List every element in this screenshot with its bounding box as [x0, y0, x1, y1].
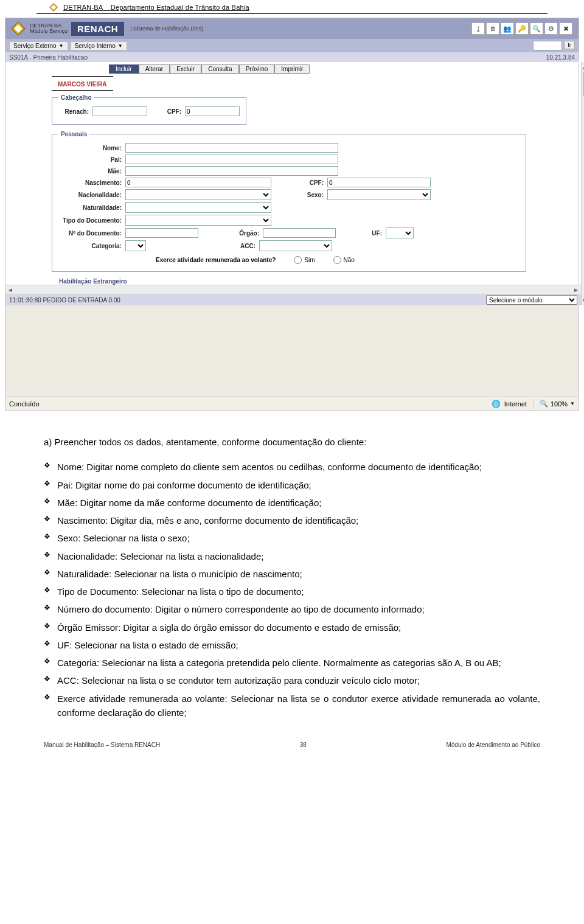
scroll-up-icon[interactable]: ▲ — [582, 62, 584, 72]
goto-button[interactable]: Ir — [564, 41, 575, 49]
chevron-down-icon: ▼ — [59, 43, 64, 49]
list-item: ACC: Selecionar na lista o se condutor t… — [44, 673, 540, 687]
cpf-input[interactable] — [185, 106, 240, 116]
list-item: Número do documento: Digitar o número co… — [44, 602, 540, 616]
tray-settings-icon[interactable]: ⚙ — [544, 23, 558, 35]
ie-status-left: Concluído — [9, 400, 40, 408]
label-categoria: Categoria: — [58, 243, 122, 249]
pai-input[interactable] — [125, 155, 338, 164]
consulta-button[interactable]: Consulta — [201, 64, 238, 74]
tray-close-icon[interactable]: ✖ — [559, 23, 572, 35]
incluir-button[interactable]: Incluir — [109, 64, 139, 74]
list-item: Nacionalidade: Selecionar na lista a nac… — [44, 549, 540, 563]
list-item: Tipo de Documento: Selecionar na lista o… — [44, 585, 540, 599]
menu-servico-externo[interactable]: Serviço Externo▼ — [9, 41, 68, 50]
menu-servico-interno[interactable]: Serviço Interno▼ — [71, 41, 127, 50]
footer-right: Módulo de Atendimento ao Público — [446, 742, 540, 748]
footer-page: 38 — [160, 742, 446, 748]
list-item: Pai: Digitar nome do pai conforme docume… — [44, 478, 540, 492]
chevron-down-icon: ▼ — [118, 43, 123, 49]
brand-sub: Módulo Serviço — [30, 29, 68, 34]
label-mae: Mãe: — [58, 168, 122, 175]
page-header: DETRAN-BA Departamento Estadual de Trâns… — [36, 0, 548, 14]
doc-lead: a) Preencher todos os dados, atentamente… — [44, 435, 540, 449]
nascimento-input[interactable] — [125, 178, 271, 187]
label-num-doc: Nº do Documento: — [58, 230, 122, 237]
list-item: Nome: Digitar nome completo do cliente s… — [44, 460, 540, 474]
num-documento-input[interactable] — [125, 228, 198, 238]
mae-input[interactable] — [125, 166, 338, 176]
browser-status-bar: Concluído 🌐 Internet 🔍 100% ▼ — [5, 397, 579, 410]
breadcrumb-bar: SS01A - Primeira Habilitacao 10.21.3.84 — [5, 52, 579, 62]
tray-download-icon[interactable]: ⭳ — [471, 23, 485, 35]
list-item: UF: Selecionar na lista o estado de emis… — [44, 638, 540, 652]
label-cpf-pessoais: CPF: — [275, 179, 324, 186]
detran-logo-icon — [49, 2, 58, 12]
label-tipo-doc: Tipo do Documento: — [58, 217, 122, 224]
label-acc: ACC: — [150, 243, 255, 249]
icon-tray: ⭳ 🗎 👥 🔑 🔍 ⚙ ✖ — [471, 23, 579, 35]
label-renach: Renach: — [58, 108, 89, 115]
legend-pessoais: Pessoais — [58, 131, 89, 137]
scroll-down-icon[interactable]: ▼ — [582, 296, 584, 305]
orgao-input[interactable] — [263, 228, 336, 238]
empty-area — [5, 305, 579, 397]
excluir-button[interactable]: Excluir — [170, 64, 201, 74]
brand-box: DETRAN-BA Módulo Serviço RENACH | Sistem… — [5, 18, 208, 39]
radio-nao[interactable] — [333, 256, 341, 264]
doc-bullets: Nome: Digitar nome completo do cliente s… — [44, 460, 540, 720]
module-select[interactable]: Selecione o módulo — [486, 295, 577, 305]
alterar-button[interactable]: Alterar — [139, 64, 170, 74]
list-item: Exerce atividade remunerada ao volante: … — [44, 692, 540, 720]
content-area: Incluir Alterar Excluir Consulta Próximo… — [5, 62, 581, 305]
record-toolbar: Incluir Alterar Excluir Consulta Próximo… — [109, 64, 581, 74]
page-footer: Manual de Habilitação – Sistema RENACH 3… — [0, 738, 584, 754]
label-nome: Nome: — [58, 145, 122, 151]
naturalidade-select[interactable] — [125, 202, 271, 213]
horizontal-scrollbar[interactable]: ◄ ► — [5, 285, 581, 294]
radio-sim[interactable] — [294, 256, 302, 264]
acc-select[interactable] — [259, 240, 332, 251]
username-label: MARCOS VIEIRA — [58, 81, 107, 88]
goto-input[interactable] — [533, 41, 562, 50]
tray-users-icon[interactable]: 👥 — [501, 23, 514, 35]
categoria-select[interactable] — [125, 240, 146, 251]
footer-left: Manual de Habilitação – Sistema RENACH — [44, 742, 160, 748]
tray-search-icon[interactable]: 🔍 — [530, 23, 543, 35]
list-item: Naturalidade: Selecionar na lista o muni… — [44, 567, 540, 581]
zoom-control[interactable]: 🔍 100% ▼ — [540, 400, 575, 408]
sexo-select[interactable] — [327, 189, 431, 200]
tray-doc-icon[interactable]: 🗎 — [486, 23, 499, 35]
workspace: Incluir Alterar Excluir Consulta Próximo… — [5, 62, 579, 305]
nome-input[interactable] — [125, 143, 338, 153]
nacionalidade-select[interactable] — [125, 189, 271, 200]
label-pai: Pai: — [58, 156, 122, 163]
remunerada-label: Exerce atividade remunerada ao volante? — [156, 257, 276, 263]
list-item: Nascimento: Digitar dia, mês e ano, conf… — [44, 513, 540, 527]
vertical-scrollbar[interactable]: ▲ ▼ — [581, 62, 584, 305]
renach-input[interactable] — [92, 106, 147, 116]
list-item: Categoria: Selecionar na lista a categor… — [44, 656, 540, 670]
version-label: 10.21.3.84 — [546, 54, 575, 61]
label-orgao: Órgão: — [202, 230, 259, 237]
goto-box: Ir — [533, 41, 575, 50]
fieldset-cabecalho: Cabeçalho Renach: CPF: — [52, 94, 246, 125]
uf-select[interactable] — [386, 228, 414, 238]
cpf-pessoais-input[interactable] — [327, 178, 431, 187]
chevron-down-icon: ▼ — [570, 401, 575, 406]
legend-cabecalho: Cabeçalho — [58, 94, 94, 101]
header-org: DETRAN-BA Departamento Estadual de Trâns… — [63, 4, 249, 11]
app-frame: DETRAN-BA Módulo Serviço RENACH | Sistem… — [5, 18, 579, 411]
proximo-button[interactable]: Próximo — [239, 64, 275, 74]
tipo-documento-select[interactable] — [125, 215, 271, 226]
imprimir-button[interactable]: Imprimir — [274, 64, 310, 74]
fieldset-pessoais: Pessoais Nome: Pai: Mãe: Nascimento: CPF… — [52, 131, 526, 272]
tray-key-icon[interactable]: 🔑 — [515, 23, 529, 35]
scroll-left-icon[interactable]: ◄ — [5, 287, 15, 293]
document-body: a) Preencher todos os dados, atentamente… — [44, 435, 540, 720]
scroll-right-icon[interactable]: ► — [571, 287, 581, 293]
ie-zone: Internet — [504, 400, 527, 408]
label-nacionalidade: Nacionalidade: — [58, 192, 122, 198]
status-text: 11:01:30:80 PEDIDO DE ENTRADA 0.00 — [9, 297, 120, 304]
list-item: Sexo: Selecionar na lista o sexo; — [44, 531, 540, 545]
